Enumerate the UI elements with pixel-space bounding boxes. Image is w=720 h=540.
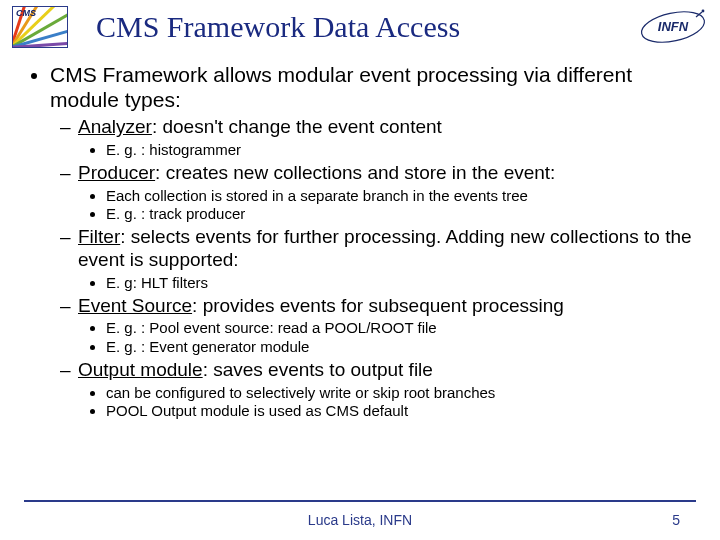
module-sub: E. g. : Pool event source: read a POOL/R… — [106, 319, 696, 338]
module-desc: : selects events for further processing.… — [78, 226, 692, 270]
module-sub: E. g: HLT filters — [106, 274, 696, 293]
module-name: Filter — [78, 226, 120, 247]
module-sub: E. g. : track producer — [106, 205, 696, 224]
slide-content: CMS Framework allows modular event proce… — [0, 52, 720, 421]
module-sub: can be configured to selectively write o… — [106, 384, 696, 403]
infn-logo: INFN — [638, 9, 708, 45]
module-sub: Each collection is stored in a separate … — [106, 187, 696, 206]
module-item: Filter: selects events for further proce… — [78, 226, 696, 292]
footer-author: Luca Lista, INFN — [0, 512, 720, 528]
module-sub: E. g. : Event generator module — [106, 338, 696, 357]
module-item: Output module: saves events to output fi… — [78, 359, 696, 421]
module-item: Producer: creates new collections and st… — [78, 162, 696, 224]
cms-logo-label: CMS — [16, 8, 36, 18]
slide-title: CMS Framework Data Access — [68, 10, 638, 44]
slide-footer: Luca Lista, INFN 5 — [0, 500, 720, 528]
module-item: Analyzer: doesn't change the event conte… — [78, 116, 696, 160]
main-bullet: CMS Framework allows modular event proce… — [50, 62, 696, 421]
svg-point-3 — [702, 10, 705, 13]
module-name: Producer — [78, 162, 155, 183]
module-sub: POOL Output module is used as CMS defaul… — [106, 402, 696, 421]
module-name: Event Source — [78, 295, 192, 316]
module-name: Analyzer — [78, 116, 152, 137]
slide-header: CMS CMS Framework Data Access INFN — [0, 0, 720, 52]
module-desc: : provides events for subsequent process… — [192, 295, 564, 316]
module-item: Event Source: provides events for subseq… — [78, 295, 696, 357]
module-desc: : saves events to output file — [203, 359, 433, 380]
module-name: Output module — [78, 359, 203, 380]
module-desc: : creates new collections and store in t… — [155, 162, 555, 183]
module-desc: : doesn't change the event content — [152, 116, 442, 137]
module-sub: E. g. : histogrammer — [106, 141, 696, 160]
svg-text:INFN: INFN — [658, 19, 689, 34]
cms-logo: CMS — [12, 6, 68, 48]
main-bullet-text: CMS Framework allows modular event proce… — [50, 63, 632, 111]
footer-divider — [24, 500, 696, 502]
